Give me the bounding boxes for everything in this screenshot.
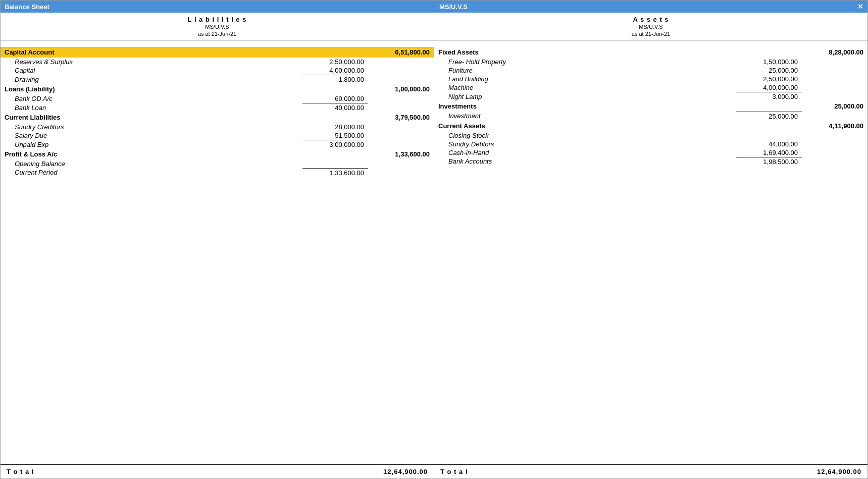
list-item: Bank OD A/c 60,000.00	[1, 94, 434, 103]
assets-header: A s s e t s MS/U.V.S as at 21-Jun-21	[434, 13, 867, 40]
list-item: Night Lamp 3,000.00	[434, 92, 867, 101]
main-content: Capital Account 6,51,800.00 Reserves & S…	[1, 41, 867, 464]
balance-sheet-window: Balance Sheet MS/U.V.S ✕ L i a b i l i t…	[0, 0, 868, 479]
investments-total: 25,000.00	[802, 101, 867, 112]
profit-loss-label: Profit & Loss A/c	[1, 149, 302, 159]
liabilities-total-label: T o t a l	[7, 468, 34, 475]
investments-header: Investments 25,000.00	[434, 101, 867, 112]
title-bar: Balance Sheet MS/U.V.S ✕	[1, 1, 867, 13]
liabilities-date: as at 21-Jun-21	[198, 31, 236, 37]
assets-date: as at 21-Jun-21	[632, 31, 670, 37]
assets-footer: T o t a l 12,64,900.00	[434, 465, 867, 478]
liabilities-company: MS/U.V.S	[205, 24, 229, 30]
list-item: Bank Loan 40,000.00	[1, 103, 434, 113]
liabilities-table: Capital Account 6,51,800.00 Reserves & S…	[1, 43, 434, 177]
capital-account-header: Capital Account 6,51,800.00	[1, 47, 434, 58]
window-title: Balance Sheet	[5, 3, 49, 11]
loans-label: Loans (Liability)	[1, 84, 302, 94]
current-assets-header: Current Assets 4,11,900.00	[434, 121, 867, 131]
profit-loss-header: Profit & Loss A/c 1,33,600.00	[1, 149, 434, 159]
fixed-assets-label: Fixed Assets	[434, 47, 736, 58]
list-item: Reserves & Surplus 2,50,000.00	[1, 58, 434, 66]
list-item: Free- Hold Property 1,50,000.00	[434, 58, 867, 66]
liabilities-panel: Capital Account 6,51,800.00 Reserves & S…	[1, 41, 434, 464]
footer: T o t a l 12,64,900.00 T o t a l 12,64,9…	[1, 464, 867, 478]
current-assets-label: Current Assets	[434, 121, 736, 131]
list-item: Opening Balance	[1, 159, 434, 168]
column-headers: L i a b i l i t i e s MS/U.V.S as at 21-…	[1, 13, 867, 41]
fixed-assets-total: 8,28,000.00	[802, 47, 867, 58]
current-assets-total: 4,11,900.00	[802, 121, 867, 131]
list-item: Sundry Creditors 28,000.00	[1, 123, 434, 131]
close-button[interactable]: ✕	[857, 3, 863, 11]
profit-loss-total: 1,33,600.00	[368, 149, 434, 159]
list-item: Land Building 2,50,000.00	[434, 75, 867, 83]
liabilities-label: L i a b i l i t i e s	[7, 16, 428, 23]
current-liabilities-total: 3,79,500.00	[368, 112, 434, 123]
list-item: Funiture 25,000.00	[434, 66, 867, 75]
current-liabilities-label: Current Liabilities	[1, 112, 302, 123]
list-item: Drawing 1,800.00	[1, 75, 434, 84]
loans-header: Loans (Liability) 1,00,000.00	[1, 84, 434, 94]
title-company: MS/U.V.S	[49, 3, 857, 11]
list-item: Unpaid Exp 3,00,000.00	[1, 140, 434, 149]
list-item: Bank Accounts 1,98,500.00	[434, 157, 867, 166]
assets-company: MS/U.V.S	[639, 24, 662, 30]
list-item: Current Period 1,33,600.00	[1, 168, 434, 177]
assets-total-amount: 12,64,900.00	[817, 468, 861, 475]
list-item: Salary Due 51,500.00	[1, 131, 434, 140]
list-item: Investment 25,000.00	[434, 112, 867, 121]
capital-account-label: Capital Account	[1, 47, 302, 58]
assets-panel: Fixed Assets 8,28,000.00 Free- Hold Prop…	[434, 41, 867, 464]
assets-label: A s s e t s	[440, 16, 861, 23]
liabilities-total-amount: 12,64,900.00	[383, 468, 428, 475]
list-item: Machine 4,00,000.00	[434, 83, 867, 92]
liabilities-footer: T o t a l 12,64,900.00	[1, 465, 434, 478]
current-liabilities-header: Current Liabilities 3,79,500.00	[1, 112, 434, 123]
capital-account-total: 6,51,800.00	[368, 47, 434, 58]
investments-label: Investments	[434, 101, 736, 112]
fixed-assets-header: Fixed Assets 8,28,000.00	[434, 47, 867, 58]
list-item: Cash-in-Hand 1,69,400.00	[434, 148, 867, 157]
list-item: Capital 4,00,000.00	[1, 66, 434, 75]
list-item: Closing Stock	[434, 131, 867, 140]
liabilities-header: L i a b i l i t i e s MS/U.V.S as at 21-…	[1, 13, 434, 40]
list-item: Sundry Debtors 44,000.00	[434, 140, 867, 148]
assets-total-label: T o t a l	[440, 468, 468, 475]
loans-total: 1,00,000.00	[368, 84, 434, 94]
assets-table: Fixed Assets 8,28,000.00 Free- Hold Prop…	[434, 43, 867, 166]
